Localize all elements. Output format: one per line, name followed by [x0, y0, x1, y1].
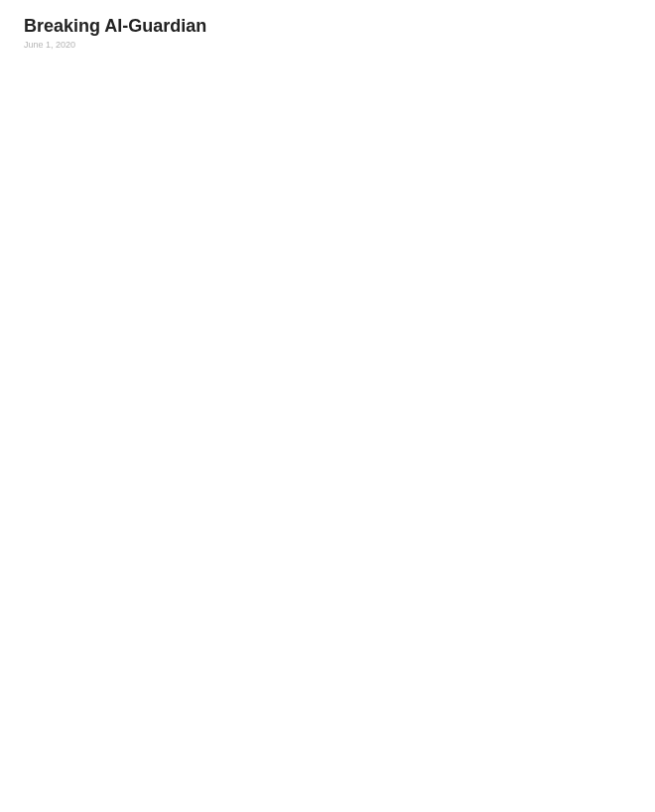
page-title: Breaking AI-Guardian	[0, 0, 655, 40]
page-date: June 1, 2020	[0, 40, 655, 58]
